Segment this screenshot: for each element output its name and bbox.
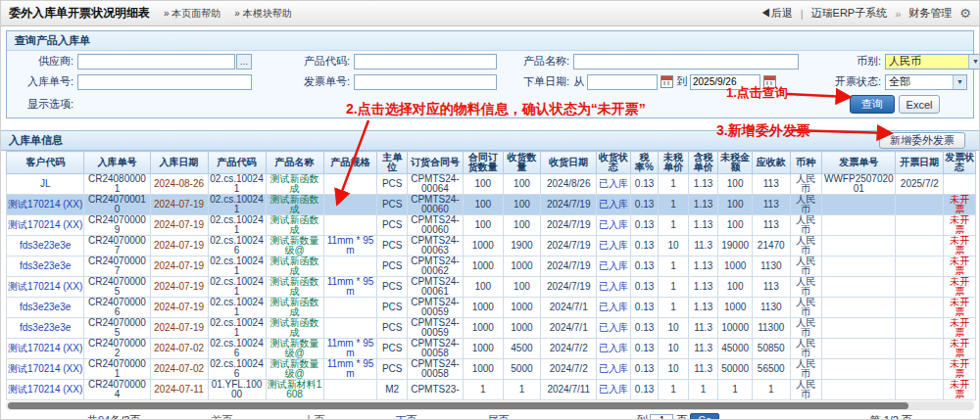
table-row[interactable]: 测试170214 (XX)CR2407000012024-07-0202.cs.… — [7, 359, 976, 380]
cell-receive-status: 已入库 — [597, 257, 631, 277]
invoice-status-select[interactable]: 全部 ▼ — [885, 74, 967, 90]
gear-icon[interactable]: ⚙ — [959, 6, 971, 21]
next-page-link[interactable]: 下页 — [395, 413, 416, 420]
cell-received-qty: 1000 — [503, 298, 541, 318]
cell-received-qty: 1900 — [503, 236, 541, 257]
cell-receive-date: 2024/7/19 — [541, 215, 597, 236]
col-inbound-no: 入库单号 — [84, 152, 150, 174]
cell-invoice-no — [822, 257, 896, 277]
cell-currency: 人民币 — [790, 298, 822, 318]
cell-invoice-status: 未开票 — [944, 236, 976, 257]
cell-customer-code: fds3e23e3e — [7, 236, 84, 257]
table-row[interactable]: 测试170214 (XX)CR2407000092024-07-1902.cs.… — [7, 215, 976, 236]
cell-product-spec — [323, 298, 377, 318]
cell-amount-receivable: 50850 — [752, 339, 790, 359]
date-from-input[interactable] — [587, 74, 658, 90]
cell-unit: PCS — [377, 298, 408, 318]
cell-contract-qty: 1000 — [463, 236, 503, 257]
col-currency: 币种 — [790, 152, 822, 174]
cell-received-qty: 100 — [503, 215, 541, 236]
cell-contract-no: CPMTS24-00059 — [407, 318, 463, 339]
cell-contract-qty: 1000 — [463, 359, 503, 380]
cell-currency: 人民币 — [790, 380, 822, 400]
cell-unit: PCS — [377, 318, 408, 339]
cell-price-excl-tax: 1 — [659, 298, 689, 318]
cell-receive-status: 已入库 — [597, 339, 631, 359]
cell-product-code: 02.cs.100246 — [208, 236, 266, 257]
cell-receive-date: 2024/7/11 — [541, 380, 597, 400]
table-row[interactable]: 测试170214 (XX)CR2407000052024-07-1902.cs.… — [7, 277, 976, 298]
go-button[interactable]: Go — [690, 413, 718, 420]
cell-inbound-no: CR240700007 — [84, 236, 150, 257]
horizontal-scrollbar-thumb[interactable] — [8, 402, 908, 409]
cell-received-qty: 1000 — [503, 257, 541, 277]
calendar-icon[interactable] — [763, 75, 776, 88]
breadcrumb-module[interactable]: 财务管理 — [908, 6, 952, 21]
chevron-down-icon: ▼ — [953, 75, 966, 89]
cell-invoice-no — [822, 215, 896, 236]
page-help-link[interactable]: » 本页面帮助 — [164, 7, 220, 21]
cell-product-name: 测试新函数成 — [266, 298, 323, 318]
product-code-input[interactable] — [354, 54, 497, 70]
table-row[interactable]: fds3e23e3eCR2407000072024-07-1902.cs.100… — [7, 236, 976, 257]
cell-invoice-no: WWFP250702001 — [822, 174, 896, 195]
cell-receive-date: 2024/8/26 — [541, 174, 597, 195]
cell-amount-excl-tax: 100 — [718, 174, 753, 195]
table-row[interactable]: 测试170214 (XX)CR2407000022024-07-0202.cs.… — [7, 339, 976, 359]
cell-product-code: 02.cs.100241 — [208, 215, 266, 236]
currency-select[interactable]: 人民币 ▼ — [885, 54, 980, 70]
inbound-no-input[interactable] — [77, 74, 252, 90]
cell-product-spec: 11mm * 95m — [323, 339, 377, 359]
new-outsourcing-invoice-button[interactable]: 新增委外发票 — [879, 132, 965, 149]
cell-received-qty: 100 — [503, 195, 541, 215]
cell-receive-status: 已入库 — [597, 195, 631, 215]
table-row[interactable]: fds3e23e3eCR2407000072024-07-1902.cs.100… — [7, 257, 976, 277]
cell-invoice-date — [896, 277, 944, 298]
cell-price-excl-tax: 10 — [659, 236, 689, 257]
cell-inbound-no: CR240700005 — [84, 277, 150, 298]
calendar-icon[interactable] — [661, 75, 673, 88]
cell-product-name: 测试新数量级@ — [266, 359, 323, 380]
cell-currency: 人民币 — [790, 236, 822, 257]
horizontal-scrollbar-track[interactable] — [6, 401, 974, 410]
supplier-lookup-icon[interactable]: … — [236, 54, 252, 70]
cell-inbound-no: CR240700010 — [84, 195, 150, 215]
excel-export-button[interactable]: Excel — [899, 95, 940, 114]
cell-inbound-date: 2024-07-19 — [150, 318, 208, 339]
supplier-input[interactable] — [77, 54, 235, 70]
cell-tax-rate: 0.13 — [630, 257, 658, 277]
pagination-bar: 共94条/2页 首页 上页 下页 尾页 到 页 Go 第 1/2 页 — [1, 410, 979, 420]
page-number-input[interactable] — [650, 414, 673, 420]
cell-receive-date: 2024/7/19 — [541, 195, 597, 215]
col-invoice-date: 开票日期 — [896, 152, 944, 174]
query-row-2: 入库单号: 发票单号: 下单日期: 从 到 开票状态: 全部 ▼ — [7, 71, 973, 92]
search-button[interactable]: 查询 — [850, 95, 895, 114]
cell-invoice-date: 2025/7/2 — [896, 174, 944, 195]
table-row[interactable]: JLCR2408000012024-08-2602.cs.100241测试新函数… — [7, 174, 976, 195]
first-page-link[interactable]: 首页 — [211, 413, 232, 420]
cell-received-qty: 100 — [503, 277, 541, 298]
cell-contract-qty: 1000 — [463, 318, 503, 339]
cell-contract-qty: 100 — [463, 277, 503, 298]
table-row[interactable]: fds3e23e3eCR2407000052024-07-1902.cs.100… — [7, 318, 976, 339]
last-page-link[interactable]: 尾页 — [487, 413, 509, 420]
invoice-no-input[interactable] — [354, 74, 497, 90]
cell-receive-date: 2024/7/1 — [541, 318, 597, 339]
product-name-input[interactable] — [573, 54, 799, 70]
query-panel-title: 查询产品入库单 — [7, 31, 973, 51]
table-row[interactable]: 测试170214 (XX)CR2407000042024-07-1101.YFL… — [7, 380, 976, 400]
prev-page-link[interactable]: 上页 — [303, 413, 324, 420]
breadcrumb-system[interactable]: 迈瑞ERP子系统 — [811, 6, 888, 21]
cell-invoice-status: 未开票 — [944, 380, 976, 400]
back-button[interactable]: ◀后退 — [760, 6, 793, 21]
module-help-link[interactable]: » 本模块帮助 — [234, 7, 291, 21]
col-product-name: 产品名称 — [266, 152, 323, 174]
cell-price-incl-tax: 11.3 — [688, 318, 718, 339]
table-row[interactable]: fds3e23e3eCR2407000062024-07-1902.cs.100… — [7, 298, 976, 318]
cell-product-spec — [323, 215, 377, 236]
cell-amount-excl-tax: 1000 — [718, 298, 753, 318]
table-row[interactable]: 测试170214 (XX)CR2407000102024-07-1902.cs.… — [7, 195, 976, 215]
date-to-input[interactable] — [690, 74, 760, 90]
cell-customer-code: 测试170214 (XX) — [7, 339, 84, 359]
col-receive-date: 收货日期 — [541, 152, 597, 174]
